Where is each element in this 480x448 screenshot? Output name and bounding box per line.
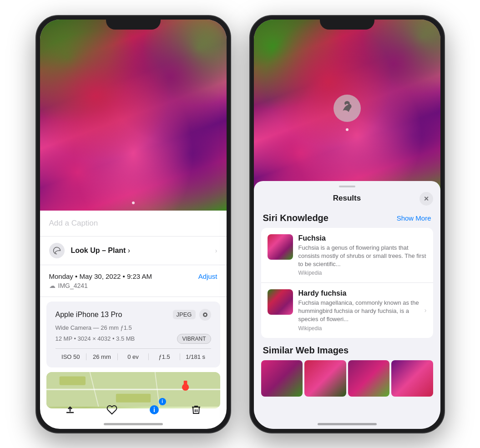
left-phone-screen: Add a Caption Look Up – Plant › › Monday… <box>40 20 227 429</box>
show-more-link[interactable]: Show More <box>397 214 431 222</box>
caption-area[interactable]: Add a Caption <box>40 211 227 237</box>
siri-knowledge-header: Siri Knowledge Show More <box>261 209 433 228</box>
similar-image-2[interactable] <box>304 360 346 397</box>
cloud-icon: ☁ <box>49 282 56 289</box>
close-button[interactable]: ✕ <box>419 192 433 206</box>
badge-row: JPEG <box>173 309 211 321</box>
svg-point-1 <box>204 314 206 316</box>
ev-spec: 0 ev <box>118 353 149 360</box>
camera-section: Apple iPhone 13 Pro JPEG Wide Camera — 2… <box>46 302 220 367</box>
svg-rect-6 <box>59 376 85 385</box>
siri-knowledge-title: Siri Knowledge <box>263 213 328 223</box>
lookup-subject: Plant <box>108 247 126 254</box>
hardy-fuchsia-text: Hardy fuchsia Fuchsia magellanica, commo… <box>298 289 427 332</box>
results-header: Results ✕ <box>254 187 440 209</box>
camera-model: Apple iPhone 13 Pro <box>56 311 122 319</box>
results-sheet: Results ✕ Siri Knowledge Show More Fuchs… <box>254 181 440 429</box>
lookup-row[interactable]: Look Up – Plant › › <box>40 237 227 265</box>
fuchsia-text: Fuchsia Fuchsia is a genus of flowering … <box>298 234 427 277</box>
hardy-fuchsia-thumbnail <box>268 289 293 315</box>
photo-info-section: Monday • May 30, 2022 • 9:23 AM Adjust ☁… <box>40 265 227 297</box>
fuchsia-name: Fuchsia <box>298 234 427 242</box>
flower-photo-left[interactable] <box>40 20 227 211</box>
aperture-spec: ƒ1.5 <box>149 353 180 360</box>
jpeg-badge: JPEG <box>173 310 196 319</box>
bottom-toolbar: i i <box>40 400 227 420</box>
share-button[interactable] <box>60 400 80 420</box>
left-phone: Add a Caption Look Up – Plant › › Monday… <box>35 15 231 433</box>
home-indicator-right <box>318 423 377 425</box>
svg-rect-9 <box>183 381 187 387</box>
siri-lookup-button[interactable] <box>333 95 361 122</box>
lookup-icon <box>49 243 65 258</box>
filename: IMG_4241 <box>58 282 88 289</box>
lookup-text: Look Up – Plant › <box>71 247 131 255</box>
focal-spec: 26 mm <box>86 353 118 360</box>
date-row: Monday • May 30, 2022 • 9:23 AM Adjust <box>49 272 217 280</box>
home-indicator-left <box>104 423 163 425</box>
hardy-fuchsia-desc: Fuchsia magellanica, commonly known as t… <box>298 299 427 324</box>
knowledge-item-fuchsia[interactable]: Fuchsia Fuchsia is a genus of flowering … <box>261 228 433 283</box>
right-phone: Results ✕ Siri Knowledge Show More Fuchs… <box>249 15 445 433</box>
camera-header: Apple iPhone 13 Pro JPEG <box>56 309 211 321</box>
camera-details: Wide Camera — 26 mm ƒ1.5 <box>56 324 211 331</box>
knowledge-item-hardy-fuchsia[interactable]: Hardy fuchsia Fuchsia magellanica, commo… <box>261 283 433 338</box>
knowledge-section: Siri Knowledge Show More Fuchsia Fuchsia… <box>254 209 440 338</box>
similar-web-images-title: Similar Web Images <box>261 345 433 356</box>
right-phone-screen: Results ✕ Siri Knowledge Show More Fuchs… <box>254 20 440 429</box>
similar-images-row <box>261 360 433 397</box>
fuchsia-source: Wikipedia <box>298 270 427 276</box>
favorite-button[interactable] <box>102 400 122 420</box>
hardy-fuchsia-name: Hardy fuchsia <box>298 289 427 297</box>
tech-specs-row: ISO 50 26 mm 0 ev ƒ1.5 1/181 s <box>56 348 211 360</box>
vibrant-badge: VIBRANT <box>177 334 211 344</box>
lookup-chevron-icon: › <box>215 247 217 254</box>
similar-image-3[interactable] <box>348 360 390 397</box>
adjust-link[interactable]: Adjust <box>198 272 217 280</box>
svg-text:i: i <box>153 406 155 413</box>
iso-spec: ISO 50 <box>56 353 87 360</box>
fuchsia-desc: Fuchsia is a genus of flowering plants t… <box>298 244 427 269</box>
results-title: Results <box>333 194 361 203</box>
flower-photo-right[interactable] <box>254 20 440 197</box>
fuchsia-chevron-icon: › <box>424 252 427 259</box>
camera-specs-row: 12 MP • 3024 × 4032 • 3.5 MB VIBRANT <box>56 334 211 344</box>
similar-image-1[interactable] <box>261 360 303 397</box>
shutter-spec: 1/181 s <box>180 353 211 360</box>
date-text: Monday • May 30, 2022 • 9:23 AM <box>49 272 152 280</box>
location-icon[interactable] <box>199 309 211 321</box>
info-button[interactable]: i i <box>144 400 164 420</box>
info-badge: i <box>159 398 166 405</box>
hardy-fuchsia-source: Wikipedia <box>298 325 427 332</box>
caption-placeholder[interactable]: Add a Caption <box>49 219 98 227</box>
delete-button[interactable] <box>186 400 206 420</box>
lookup-label: Look Up – <box>71 247 106 254</box>
similar-web-images-section: Similar Web Images <box>254 345 440 397</box>
resolution: 12 MP • 3024 × 4032 • 3.5 MB <box>56 335 135 342</box>
siri-leaf-icon <box>341 100 354 116</box>
hardy-fuchsia-chevron-icon: › <box>424 307 427 314</box>
photo-dot-indicator <box>132 201 135 204</box>
filename-row: ☁ IMG_4241 <box>49 282 217 289</box>
siri-dot <box>346 128 349 131</box>
similar-image-4[interactable] <box>391 360 433 397</box>
fuchsia-thumbnail <box>268 234 293 260</box>
knowledge-card: Fuchsia Fuchsia is a genus of flowering … <box>261 228 433 338</box>
